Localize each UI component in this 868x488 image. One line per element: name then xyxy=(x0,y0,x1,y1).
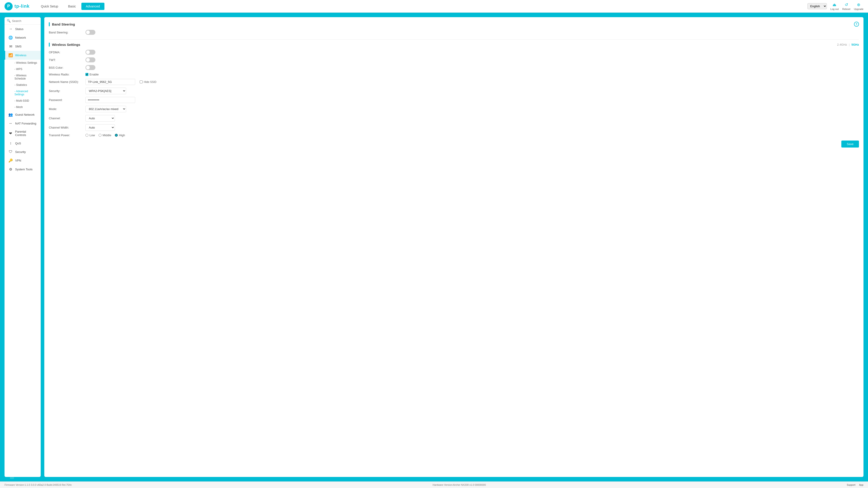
password-input[interactable] xyxy=(86,97,135,103)
channel-select[interactable]: Auto 1 6 11 36 xyxy=(86,115,115,122)
band-steering-label: Band Steering: xyxy=(49,31,83,34)
wireless-sub-items: - Wireless Settings - WPS - Wireless Sch… xyxy=(4,60,41,110)
sidebar-item-sms[interactable]: ✉ SMS xyxy=(4,42,41,51)
band-steering-help-icon[interactable]: ? xyxy=(854,22,859,27)
search-icon: 🔍 xyxy=(7,19,11,23)
band-steering-row: Band Steering: xyxy=(49,30,859,35)
sidebar-item-guest-network[interactable]: 👥 Guest Network xyxy=(4,110,41,119)
ofdma-label: OFDMA: xyxy=(49,51,83,54)
freq-tab-5ghz[interactable]: 5GHz xyxy=(851,43,859,46)
wireless-radio-checkbox[interactable] xyxy=(86,73,88,76)
transmit-power-middle-label[interactable]: Middle xyxy=(98,133,111,137)
mode-select[interactable]: 802.11a/n/ac/ax mixed 802.11a only 802.1… xyxy=(86,106,126,112)
transmit-power-low-radio[interactable] xyxy=(86,134,88,137)
footer: Firmware Version:1.1.0 3.0.0 v60a2.0 Bui… xyxy=(0,482,868,488)
footer-support-link[interactable]: Support xyxy=(847,484,856,486)
ofdma-row: OFDMA: xyxy=(49,50,859,55)
tab-basic[interactable]: Basic xyxy=(64,3,80,10)
sub-item-wps[interactable]: - WPS xyxy=(4,66,41,72)
band-steering-header: Band Steering ? xyxy=(49,22,859,27)
tab-advanced[interactable]: Advanced xyxy=(81,3,104,10)
transmit-power-high-radio[interactable] xyxy=(115,134,118,137)
sidebar-item-parental-controls[interactable]: ❤ Parental Controls xyxy=(4,128,41,139)
sidebar-item-security[interactable]: 🛡 Security xyxy=(4,148,41,156)
channel-width-select[interactable]: Auto 20MHz 40MHz 80MHz 160MHz xyxy=(86,124,115,131)
save-button[interactable]: Save xyxy=(841,140,859,148)
sub-item-multi-ssid[interactable]: - Multi-SSID xyxy=(4,98,41,104)
network-name-label: Network Name (SSID): xyxy=(49,80,83,84)
sub-item-mesh[interactable]: - Mesh xyxy=(4,104,41,110)
nav-tabs: Quick Setup Basic Advanced xyxy=(36,3,807,10)
logo-text: tp-link xyxy=(14,4,30,9)
band-steering-toggle[interactable] xyxy=(86,30,95,35)
sub-item-statistics[interactable]: - Statistics xyxy=(4,82,41,88)
ofdma-toggle[interactable] xyxy=(86,50,95,55)
log-out-button[interactable]: ⏏ Log out xyxy=(831,2,839,10)
channel-label: Channel: xyxy=(49,117,83,120)
wireless-radio-text: Enable xyxy=(90,73,98,76)
transmit-power-high-text: High xyxy=(119,133,125,137)
security-select[interactable]: WPA2-PSK[AES] WPA/WPA2-PSK WPA3-SAE None xyxy=(86,88,126,94)
network-icon: 🌐 xyxy=(8,35,13,40)
transmit-power-label: Transmit Power: xyxy=(49,133,83,137)
hide-ssid-label[interactable]: Hide SSID xyxy=(140,80,156,84)
network-name-input[interactable] xyxy=(86,79,135,85)
security-label: Security: xyxy=(49,89,83,93)
password-row: Password: xyxy=(49,97,859,103)
main-container: 🔍 → Status 🌐 Network ✉ SMS 📶 Wireless - … xyxy=(0,13,868,482)
mode-row: Mode: 802.11a/n/ac/ax mixed 802.11a only… xyxy=(49,106,859,112)
twt-toggle[interactable] xyxy=(86,57,95,62)
channel-width-label: Channel Width: xyxy=(49,126,83,129)
language-select[interactable]: English Chinese French xyxy=(807,3,827,9)
transmit-power-middle-text: Middle xyxy=(103,133,111,137)
bss-color-label: BSS Color: xyxy=(49,66,83,69)
sms-icon: ✉ xyxy=(8,44,13,48)
transmit-power-middle-radio[interactable] xyxy=(98,134,101,137)
sidebar-item-vpn[interactable]: 🔑 VPN xyxy=(4,156,41,165)
ofdma-slider xyxy=(86,50,95,55)
footer-links: Support App xyxy=(847,484,864,486)
twt-row: TWT: xyxy=(49,57,859,62)
sidebar-item-system-tools[interactable]: ⚙ System Tools xyxy=(4,165,41,174)
upgrade-button[interactable]: ⊕ Upgrade xyxy=(854,2,864,10)
tab-quick-setup[interactable]: Quick Setup xyxy=(36,3,63,10)
sidebar-item-label: QoS xyxy=(15,142,21,145)
search-input[interactable] xyxy=(12,19,38,23)
qos-icon: ↕ xyxy=(8,141,13,145)
bg-decoration xyxy=(4,460,31,479)
sidebar-item-wireless[interactable]: 📶 Wireless xyxy=(4,51,41,60)
transmit-power-group: Low Middle High xyxy=(86,133,125,137)
sidebar-item-qos[interactable]: ↕ QoS xyxy=(4,139,41,148)
search-box: 🔍 xyxy=(4,17,41,25)
password-label: Password: xyxy=(49,98,83,102)
footer-app-link[interactable]: App xyxy=(859,484,864,486)
reboot-label: Reboot xyxy=(842,8,850,10)
sidebar-item-label: SMS xyxy=(15,45,22,48)
status-icon: → xyxy=(8,27,13,31)
mode-label: Mode: xyxy=(49,107,83,111)
sidebar-item-status[interactable]: → Status xyxy=(4,25,41,33)
logo: P tp-link xyxy=(4,2,30,10)
wireless-radio-checkbox-label[interactable]: Enable xyxy=(86,73,98,76)
transmit-power-low-label[interactable]: Low xyxy=(86,133,95,137)
transmit-power-row: Transmit Power: Low Middle High xyxy=(49,133,859,137)
band-steering-title: Band Steering xyxy=(49,22,75,26)
bss-color-toggle[interactable] xyxy=(86,65,95,70)
reboot-button[interactable]: ↺ Reboot xyxy=(842,2,850,10)
upgrade-icon: ⊕ xyxy=(857,2,860,7)
sub-item-wireless-settings[interactable]: - Wireless Settings xyxy=(4,60,41,66)
hide-ssid-checkbox[interactable] xyxy=(140,80,143,84)
sidebar-item-network[interactable]: 🌐 Network xyxy=(4,33,41,42)
bss-color-row: BSS Color: xyxy=(49,65,859,70)
sub-item-wireless-schedule[interactable]: - Wireless Schedule xyxy=(4,72,41,82)
sidebar-item-label: Network xyxy=(15,36,26,39)
freq-tab-24ghz[interactable]: 2.4GHz xyxy=(837,43,847,46)
password-field[interactable] xyxy=(86,97,135,103)
ssid-row: Hide SSID xyxy=(86,79,156,85)
channel-width-row: Channel Width: Auto 20MHz 40MHz 80MHz 16… xyxy=(49,124,859,131)
sub-item-advanced-settings[interactable]: - Advanced Settings xyxy=(4,88,41,98)
band-steering-section: Band Steering ? Band Steering: xyxy=(49,22,859,35)
logo-icon: P xyxy=(4,2,13,10)
sidebar-item-nat-forwarding[interactable]: ↔ NAT Forwarding xyxy=(4,119,41,128)
transmit-power-high-label[interactable]: High xyxy=(115,133,125,137)
